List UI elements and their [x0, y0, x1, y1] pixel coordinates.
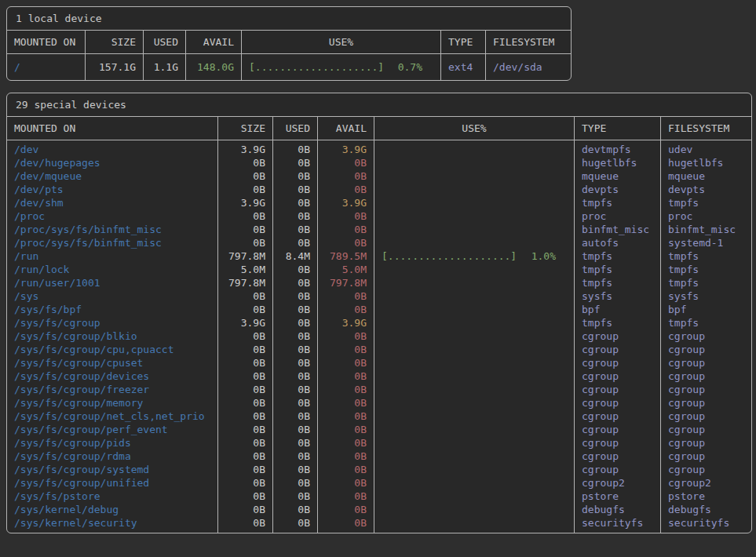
size-cell: 157.1G	[86, 54, 144, 80]
size-cell: 0B	[218, 303, 273, 316]
size-cell: 0B	[218, 236, 273, 249]
column-header-used: USED	[144, 31, 186, 54]
used-cell: 0B	[273, 289, 318, 303]
filesystem-cell: tmpfs	[661, 249, 751, 263]
size-cell: 0B	[218, 396, 273, 410]
filesystem-cell: cgroup	[661, 410, 751, 423]
table-row: /dev3.9G0B3.9Gdevtmpfsudev	[7, 140, 751, 156]
table-title: 1 local device	[7, 7, 571, 31]
table-row: /sys/kernel/debug0B0B0Bdebugfsdebugfs	[7, 503, 751, 516]
size-cell: 0B	[218, 490, 273, 503]
usage-cell	[374, 436, 575, 450]
mount-point-cell: /dev/shm	[7, 196, 218, 209]
avail-cell: 0B	[318, 476, 374, 490]
size-cell: 0B	[218, 410, 273, 423]
usage-cell	[374, 236, 575, 249]
column-header-mounted-on: MOUNTED ON	[7, 31, 86, 54]
used-cell: 0B	[273, 383, 318, 396]
table-row: /dev/hugepages0B0B0Bhugetlbfshugetlbfs	[7, 156, 751, 169]
used-cell: 0B	[273, 303, 318, 316]
mount-point-cell: /sys/fs/cgroup/pids	[7, 436, 218, 450]
filesystem-cell: cgroup	[661, 329, 751, 343]
usage-cell	[374, 356, 575, 370]
filesystem-cell: /dev/sda	[486, 54, 571, 80]
table-row: /run/lock5.0M0B5.0Mtmpfstmpfs	[7, 263, 751, 276]
size-cell: 0B	[218, 503, 273, 516]
column-header-type: TYPE	[575, 117, 661, 140]
mount-point-cell: /run	[7, 249, 218, 263]
table-row: /sys/fs/cgroup/blkio0B0B0Bcgroupcgroup	[7, 329, 751, 343]
filesystem-cell: cgroup	[661, 450, 751, 463]
size-cell: 0B	[218, 223, 273, 236]
type-cell: tmpfs	[575, 249, 661, 263]
mount-point-cell: /sys/kernel/security	[7, 516, 218, 533]
used-cell: 0B	[273, 410, 318, 423]
type-cell: bpf	[575, 303, 661, 316]
table-row: /run797.8M8.4M789.5M[...................…	[7, 249, 751, 263]
avail-cell: 0B	[318, 209, 374, 223]
usage-cell	[374, 370, 575, 383]
mount-point-cell: /run/lock	[7, 263, 218, 276]
table-row: /157.1G1.1G148.0G[....................]0…	[7, 54, 571, 80]
avail-cell: 3.9G	[318, 196, 374, 209]
size-cell: 0B	[218, 450, 273, 463]
usage-cell	[374, 463, 575, 476]
size-cell: 0B	[218, 516, 273, 533]
avail-cell: 0B	[318, 383, 374, 396]
usage-cell	[374, 303, 575, 316]
usage-cell	[374, 476, 575, 490]
used-cell: 0B	[273, 516, 318, 533]
used-cell: 0B	[273, 169, 318, 183]
column-header-type: TYPE	[441, 31, 486, 54]
mount-point-cell: /sys/fs/cgroup/rdma	[7, 450, 218, 463]
filesystem-cell: sysfs	[661, 289, 751, 303]
table-row: /sys/fs/cgroup/devices0B0B0Bcgroupcgroup	[7, 370, 751, 383]
used-cell: 0B	[273, 196, 318, 209]
usage-cell	[374, 516, 575, 533]
table-title-row: 29 special devices	[7, 93, 751, 117]
mount-point-cell: /	[7, 54, 86, 80]
used-cell: 0B	[273, 343, 318, 356]
used-cell: 0B	[273, 263, 318, 276]
avail-cell: 0B	[318, 303, 374, 316]
avail-cell: 0B	[318, 436, 374, 450]
table-row: /dev/shm3.9G0B3.9Gtmpfstmpfs	[7, 196, 751, 209]
filesystem-cell: cgroup	[661, 436, 751, 450]
table-row: /proc/sys/fs/binfmt_misc0B0B0Bautofssyst…	[7, 236, 751, 249]
filesystem-cell: debugfs	[661, 503, 751, 516]
mount-point-cell: /dev/hugepages	[7, 156, 218, 169]
usage-cell	[374, 156, 575, 169]
terminal-screen[interactable]: 1 local device MOUNTED ONSIZEUSEDAVAILUS…	[0, 0, 756, 557]
usage-cell	[374, 410, 575, 423]
avail-cell: 0B	[318, 343, 374, 356]
avail-cell: 0B	[318, 169, 374, 183]
table-row: /sys/fs/cgroup/pids0B0B0Bcgroupcgroup	[7, 436, 751, 450]
used-cell: 0B	[273, 140, 318, 156]
type-cell: devtmpfs	[575, 140, 661, 156]
usage-cell	[374, 289, 575, 303]
usage-cell	[374, 343, 575, 356]
mount-point-cell: /sys/fs/cgroup/blkio	[7, 329, 218, 343]
mount-point-cell: /sys/fs/bpf	[7, 303, 218, 316]
type-cell: binfmt_misc	[575, 223, 661, 236]
mount-point-cell: /dev/pts	[7, 183, 218, 196]
table-title-row: 1 local device	[7, 7, 571, 31]
avail-cell: 0B	[318, 410, 374, 423]
filesystem-cell: cgroup	[661, 396, 751, 410]
table-row: /sys0B0B0Bsysfssysfs	[7, 289, 751, 303]
avail-cell: 0B	[318, 329, 374, 343]
mount-point-cell: /sys/fs/cgroup/unified	[7, 476, 218, 490]
used-cell: 0B	[273, 490, 318, 503]
size-cell: 0B	[218, 343, 273, 356]
mount-point-cell: /sys/kernel/debug	[7, 503, 218, 516]
avail-cell: 797.8M	[318, 276, 374, 289]
type-cell: cgroup	[575, 343, 661, 356]
mount-point-cell: /sys	[7, 289, 218, 303]
usage-cell	[374, 223, 575, 236]
used-cell: 0B	[273, 209, 318, 223]
usage-cell	[374, 140, 575, 156]
usage-cell	[374, 396, 575, 410]
table-row: /sys/fs/bpf0B0B0Bbpfbpf	[7, 303, 751, 316]
local-devices-table: 1 local device MOUNTED ONSIZEUSEDAVAILUS…	[6, 6, 572, 81]
usage-cell	[374, 503, 575, 516]
